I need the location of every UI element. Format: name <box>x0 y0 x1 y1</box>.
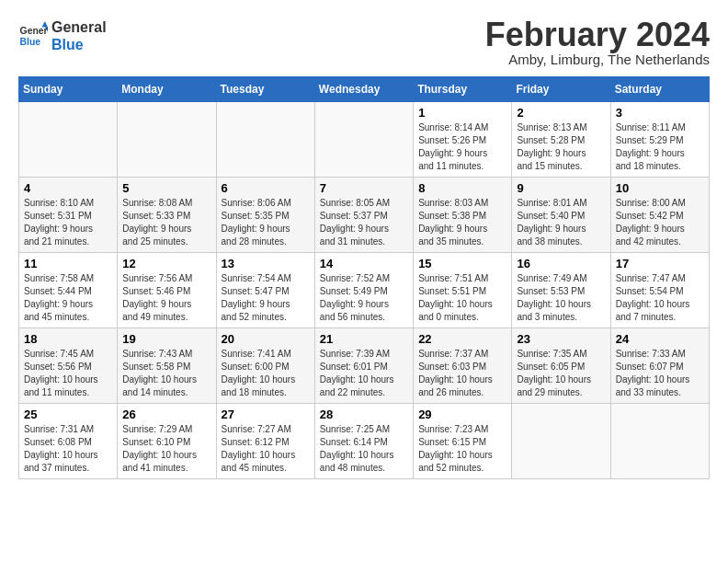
day-number: 27 <box>222 408 310 421</box>
calendar-cell: 4Sunrise: 8:10 AM Sunset: 5:31 PM Daylig… <box>19 178 118 253</box>
day-info: Sunrise: 7:45 AM Sunset: 5:56 PM Dayligh… <box>24 348 112 399</box>
calendar-cell: 2Sunrise: 8:13 AM Sunset: 5:28 PM Daylig… <box>512 102 610 178</box>
day-number: 16 <box>517 257 605 270</box>
day-info: Sunrise: 7:25 AM Sunset: 6:14 PM Dayligh… <box>320 423 408 475</box>
calendar-cell <box>19 102 118 178</box>
location: Amby, Limburg, The Netherlands <box>485 52 710 67</box>
month-title: February 2024 <box>485 18 710 52</box>
day-number: 5 <box>122 181 210 195</box>
calendar-cell: 11Sunrise: 7:58 AM Sunset: 5:44 PM Dayli… <box>19 253 118 328</box>
calendar-header: SundayMondayTuesdayWednesdayThursdayFrid… <box>19 77 710 102</box>
calendar-cell: 5Sunrise: 8:08 AM Sunset: 5:33 PM Daylig… <box>118 178 216 253</box>
day-info: Sunrise: 7:23 AM Sunset: 6:15 PM Dayligh… <box>418 423 506 475</box>
calendar-cell: 14Sunrise: 7:52 AM Sunset: 5:49 PM Dayli… <box>314 253 413 328</box>
calendar-cell: 25Sunrise: 7:31 AM Sunset: 6:08 PM Dayli… <box>19 404 118 479</box>
day-number: 8 <box>418 181 506 195</box>
calendar-cell: 23Sunrise: 7:35 AM Sunset: 6:05 PM Dayli… <box>512 328 610 404</box>
day-info: Sunrise: 8:13 AM Sunset: 5:28 PM Dayligh… <box>517 121 605 173</box>
day-number: 4 <box>24 181 112 195</box>
day-number: 14 <box>320 257 408 270</box>
day-number: 25 <box>24 408 112 421</box>
day-number: 13 <box>222 257 310 270</box>
day-info: Sunrise: 7:41 AM Sunset: 6:00 PM Dayligh… <box>222 348 310 399</box>
calendar-cell: 18Sunrise: 7:45 AM Sunset: 5:56 PM Dayli… <box>19 328 118 404</box>
day-info: Sunrise: 7:51 AM Sunset: 5:51 PM Dayligh… <box>418 272 506 324</box>
day-number: 7 <box>320 181 408 195</box>
day-info: Sunrise: 8:00 AM Sunset: 5:42 PM Dayligh… <box>616 197 704 248</box>
calendar-week: 18Sunrise: 7:45 AM Sunset: 5:56 PM Dayli… <box>19 328 710 404</box>
calendar-week: 25Sunrise: 7:31 AM Sunset: 6:08 PM Dayli… <box>19 404 710 479</box>
day-number: 12 <box>122 257 210 270</box>
svg-text:General: General <box>20 27 48 37</box>
day-info: Sunrise: 8:11 AM Sunset: 5:29 PM Dayligh… <box>616 121 704 173</box>
weekday-header: Sunday <box>19 77 118 102</box>
day-number: 21 <box>320 332 408 346</box>
day-number: 23 <box>517 332 605 346</box>
calendar-week: 11Sunrise: 7:58 AM Sunset: 5:44 PM Dayli… <box>19 253 710 328</box>
day-info: Sunrise: 7:29 AM Sunset: 6:10 PM Dayligh… <box>122 423 210 475</box>
weekday-header: Wednesday <box>314 77 413 102</box>
day-number: 17 <box>616 257 704 270</box>
calendar-cell: 21Sunrise: 7:39 AM Sunset: 6:01 PM Dayli… <box>314 328 413 404</box>
calendar-cell: 27Sunrise: 7:27 AM Sunset: 6:12 PM Dayli… <box>216 404 314 479</box>
day-number: 15 <box>418 257 506 270</box>
day-info: Sunrise: 7:27 AM Sunset: 6:12 PM Dayligh… <box>222 423 310 475</box>
day-info: Sunrise: 7:47 AM Sunset: 5:54 PM Dayligh… <box>616 272 704 324</box>
calendar-cell: 20Sunrise: 7:41 AM Sunset: 6:00 PM Dayli… <box>216 328 314 404</box>
day-info: Sunrise: 8:14 AM Sunset: 5:26 PM Dayligh… <box>418 121 506 173</box>
calendar-body: 1Sunrise: 8:14 AM Sunset: 5:26 PM Daylig… <box>19 102 710 479</box>
day-number: 10 <box>616 181 704 195</box>
day-number: 26 <box>122 408 210 421</box>
day-info: Sunrise: 8:10 AM Sunset: 5:31 PM Dayligh… <box>24 197 112 248</box>
day-info: Sunrise: 7:54 AM Sunset: 5:47 PM Dayligh… <box>222 272 310 324</box>
day-info: Sunrise: 7:37 AM Sunset: 6:03 PM Dayligh… <box>418 348 506 399</box>
day-info: Sunrise: 7:56 AM Sunset: 5:46 PM Dayligh… <box>122 272 210 324</box>
calendar-cell: 28Sunrise: 7:25 AM Sunset: 6:14 PM Dayli… <box>314 404 413 479</box>
day-info: Sunrise: 7:39 AM Sunset: 6:01 PM Dayligh… <box>320 348 408 399</box>
day-info: Sunrise: 7:52 AM Sunset: 5:49 PM Dayligh… <box>320 272 408 324</box>
day-number: 24 <box>616 332 704 346</box>
page-header: General Blue General Blue February 2024 … <box>18 18 710 67</box>
logo: General Blue General Blue <box>18 18 107 53</box>
weekday-header: Friday <box>512 77 610 102</box>
day-info: Sunrise: 8:08 AM Sunset: 5:33 PM Dayligh… <box>122 197 210 248</box>
calendar-cell: 24Sunrise: 7:33 AM Sunset: 6:07 PM Dayli… <box>610 328 709 404</box>
day-number: 2 <box>517 106 605 120</box>
calendar-cell: 26Sunrise: 7:29 AM Sunset: 6:10 PM Dayli… <box>118 404 216 479</box>
day-number: 19 <box>122 332 210 346</box>
weekday-header: Monday <box>118 77 216 102</box>
calendar-table: SundayMondayTuesdayWednesdayThursdayFrid… <box>18 76 710 479</box>
day-number: 3 <box>616 106 704 120</box>
logo-icon: General Blue <box>18 21 48 51</box>
calendar-cell: 6Sunrise: 8:06 AM Sunset: 5:35 PM Daylig… <box>216 178 314 253</box>
calendar-cell <box>512 404 610 479</box>
svg-marker-2 <box>42 21 48 27</box>
calendar-cell: 9Sunrise: 8:01 AM Sunset: 5:40 PM Daylig… <box>512 178 610 253</box>
logo-general: General <box>51 18 107 36</box>
calendar-cell: 7Sunrise: 8:05 AM Sunset: 5:37 PM Daylig… <box>314 178 413 253</box>
weekday-header: Tuesday <box>216 77 314 102</box>
day-number: 18 <box>24 332 112 346</box>
calendar-week: 4Sunrise: 8:10 AM Sunset: 5:31 PM Daylig… <box>19 178 710 253</box>
day-info: Sunrise: 8:05 AM Sunset: 5:37 PM Dayligh… <box>320 197 408 248</box>
calendar-cell <box>610 404 709 479</box>
svg-text:Blue: Blue <box>20 37 41 47</box>
calendar-cell: 13Sunrise: 7:54 AM Sunset: 5:47 PM Dayli… <box>216 253 314 328</box>
day-info: Sunrise: 7:31 AM Sunset: 6:08 PM Dayligh… <box>24 423 112 475</box>
day-info: Sunrise: 7:33 AM Sunset: 6:07 PM Dayligh… <box>616 348 704 399</box>
calendar-cell: 17Sunrise: 7:47 AM Sunset: 5:54 PM Dayli… <box>610 253 709 328</box>
calendar-cell: 3Sunrise: 8:11 AM Sunset: 5:29 PM Daylig… <box>610 102 709 178</box>
day-number: 29 <box>418 408 506 421</box>
day-number: 1 <box>418 106 506 120</box>
calendar-cell: 12Sunrise: 7:56 AM Sunset: 5:46 PM Dayli… <box>118 253 216 328</box>
calendar-cell: 15Sunrise: 7:51 AM Sunset: 5:51 PM Dayli… <box>414 253 512 328</box>
day-info: Sunrise: 8:03 AM Sunset: 5:38 PM Dayligh… <box>418 197 506 248</box>
calendar-cell: 16Sunrise: 7:49 AM Sunset: 5:53 PM Dayli… <box>512 253 610 328</box>
calendar-cell <box>314 102 413 178</box>
calendar-cell: 29Sunrise: 7:23 AM Sunset: 6:15 PM Dayli… <box>414 404 512 479</box>
day-number: 6 <box>222 181 310 195</box>
day-number: 28 <box>320 408 408 421</box>
weekday-header: Thursday <box>414 77 512 102</box>
calendar-week: 1Sunrise: 8:14 AM Sunset: 5:26 PM Daylig… <box>19 102 710 178</box>
day-info: Sunrise: 7:58 AM Sunset: 5:44 PM Dayligh… <box>24 272 112 324</box>
